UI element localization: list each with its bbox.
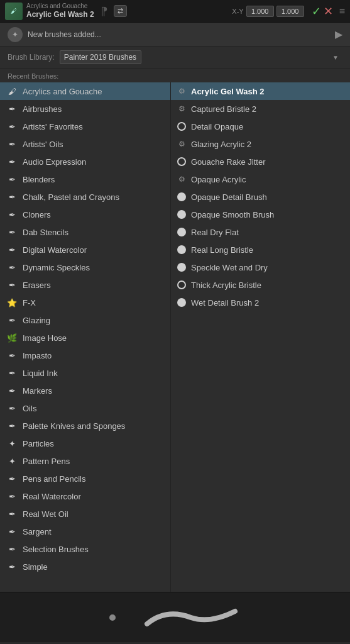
category-label: Cloners [23, 210, 51, 219]
brush-name-text: Gouache Rake Jitter [191, 157, 266, 167]
brush-name-text: Thick Acrylic Bristle [191, 280, 261, 290]
category-icon: ✒ [6, 156, 18, 167]
category-label: Oils [23, 404, 36, 413]
category-item[interactable]: ✒Artists' Oils [0, 135, 170, 153]
y-input[interactable] [276, 6, 304, 17]
brush-name-text: Acrylic Gel Wash 2 [191, 87, 265, 96]
preview-stroke [141, 605, 241, 630]
xy-label: X-Y [232, 8, 243, 15]
category-icon: ✒ [6, 473, 18, 484]
brush-item[interactable]: Real Dry Flat [171, 223, 350, 241]
category-label: Liquid Ink [23, 369, 58, 378]
brush-name-text: Opaque Smooth Brush [191, 210, 274, 219]
brush-item[interactable]: ⚙Glazing Acrylic 2 [171, 135, 350, 153]
brush-item[interactable]: Wet Detail Brush 2 [171, 294, 350, 311]
category-item[interactable]: ⭐F-X [0, 294, 170, 311]
category-item[interactable]: ✒Real Watercolor [0, 487, 170, 505]
category-item[interactable]: ✒Simple [0, 558, 170, 575]
brush-item[interactable]: Opaque Detail Brush [171, 188, 350, 206]
category-item[interactable]: ✒Cloners [0, 206, 170, 223]
category-label: Audio Expression [23, 157, 86, 167]
brush-dot-icon: ⚙ [177, 104, 186, 113]
category-item[interactable]: ✒Digital Watercolor [0, 241, 170, 258]
category-item[interactable]: ✒Selection Brushes [0, 540, 170, 558]
brush-item[interactable]: ⚙Opaque Acrylic [171, 170, 350, 188]
category-icon: ✒ [6, 262, 18, 273]
category-item[interactable]: ✒Liquid Ink [0, 364, 170, 382]
category-label: Acrylics and Gouache [23, 87, 102, 96]
category-item[interactable]: ✒Pens and Pencils [0, 470, 170, 487]
category-label: Artists' Oils [23, 140, 63, 149]
category-label: Erasers [23, 280, 51, 290]
category-item[interactable]: ✒Blenders [0, 170, 170, 188]
top-bar-title: Acrylics and Gouache Acrylic Gel Wash 2 [26, 3, 94, 19]
category-list: 🖌Acrylics and Gouache✒Airbrushes✒Artists… [0, 82, 171, 592]
brush-dot-icon [177, 245, 186, 254]
category-item[interactable]: ✒Dab Stencils [0, 223, 170, 241]
brush-dot-icon: ⚙ [177, 87, 186, 96]
notification-arrow[interactable]: ▶ [335, 28, 342, 40]
category-icon: ✒ [6, 526, 18, 537]
brush-item[interactable]: ⚙Captured Bristle 2 [171, 100, 350, 118]
category-icon: ✒ [6, 420, 18, 431]
category-item[interactable]: ✒Impasto [0, 347, 170, 364]
brush-dot-icon [177, 192, 186, 201]
bottom-preview [0, 592, 350, 642]
brush-name-text: Detail Opaque [191, 122, 243, 131]
x-input[interactable] [246, 6, 274, 17]
category-item[interactable]: ✒Real Wet Oil [0, 505, 170, 523]
category-item[interactable]: ✒Airbrushes [0, 100, 170, 118]
notification-bar: ✦ New brushes added... ▶ [0, 23, 350, 47]
category-label: Impasto [23, 351, 52, 360]
category-icon: ✒ [6, 138, 18, 150]
category-icon: ✒ [6, 121, 18, 132]
tool-mode-button[interactable]: ⇄ [114, 5, 127, 17]
category-label: Pattern Pens [23, 457, 70, 466]
brush-item[interactable]: ⚙Acrylic Gel Wash 2 [171, 82, 350, 100]
brush-item[interactable]: Speckle Wet and Dry [171, 258, 350, 276]
brush-item[interactable]: Thick Acrylic Bristle [171, 276, 350, 294]
category-item[interactable]: ✒Markers [0, 382, 170, 399]
category-item[interactable]: ✒Palette Knives and Sponges [0, 417, 170, 435]
category-item[interactable]: ✒Glazing [0, 311, 170, 329]
category-item[interactable]: ✒Erasers [0, 276, 170, 294]
category-item[interactable]: ✒Sargent [0, 523, 170, 540]
category-item[interactable]: ✦Particles [0, 435, 170, 452]
confirm-button[interactable]: ✓ [312, 4, 321, 18]
category-icon: ✒ [6, 367, 18, 379]
brush-library-select[interactable]: Painter 2019 Brushes [60, 50, 141, 64]
brush-item[interactable]: Detail Opaque [171, 118, 350, 135]
category-label: Simple [23, 562, 48, 572]
category-icon: ✒ [6, 191, 18, 203]
category-icon: ✒ [6, 244, 18, 255]
category-label: Chalk, Pastel and Crayons [23, 192, 119, 202]
brush-item[interactable]: Gouache Rake Jitter [171, 153, 350, 170]
category-item[interactable]: ✒Dynamic Speckles [0, 258, 170, 276]
top-bar: 🖌 Acrylics and Gouache Acrylic Gel Wash … [0, 0, 350, 23]
brush-dot-icon [177, 228, 186, 236]
menu-button[interactable]: ≡ [339, 6, 345, 17]
category-icon: ✒ [6, 279, 18, 291]
category-icon: ✒ [6, 314, 18, 326]
category-item[interactable]: ✒Artists' Favorites [0, 118, 170, 135]
brush-name-text: Opaque Detail Brush [191, 192, 267, 202]
category-item[interactable]: ✦Pattern Pens [0, 452, 170, 470]
category-item[interactable]: 🌿Image Hose [0, 329, 170, 347]
separator-icon: ⁋ [101, 4, 107, 18]
category-item[interactable]: ✒Chalk, Pastel and Crayons [0, 188, 170, 206]
category-label: Dab Stencils [23, 228, 68, 237]
brush-library-select-wrapper: Painter 2019 Brushes ▼ [60, 50, 342, 64]
brush-dot-icon [177, 280, 186, 289]
category-label: Real Watercolor [23, 492, 81, 501]
category-item[interactable]: ✒Oils [0, 399, 170, 417]
brush-dot-icon: ⚙ [177, 140, 186, 148]
preview-dot [109, 614, 116, 621]
category-item[interactable]: 🖌Acrylics and Gouache [0, 82, 170, 100]
cancel-button[interactable]: ✕ [324, 4, 333, 18]
category-item[interactable]: ✒Audio Expression [0, 153, 170, 170]
brush-name-text: Real Long Bristle [191, 245, 253, 255]
category-label: Real Wet Oil [23, 509, 68, 519]
brush-item[interactable]: Opaque Smooth Brush [171, 206, 350, 223]
brush-dot-icon [177, 157, 186, 166]
brush-item[interactable]: Real Long Bristle [171, 241, 350, 258]
